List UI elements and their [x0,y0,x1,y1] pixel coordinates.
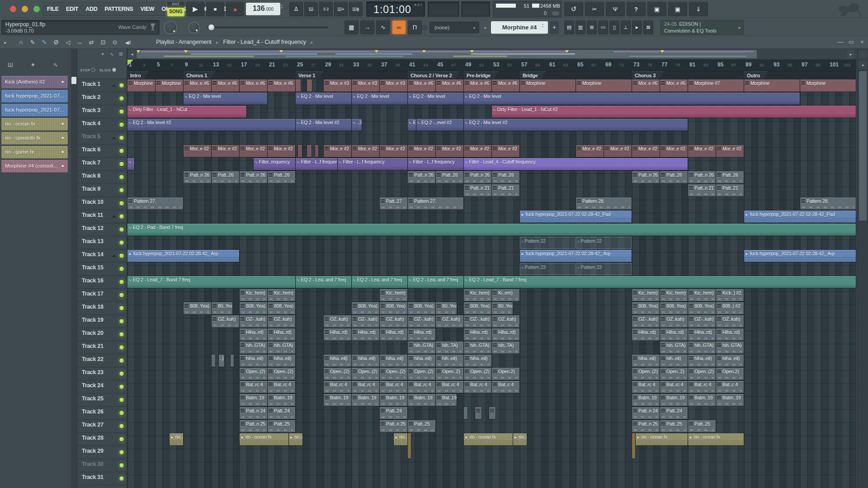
clip[interactable]: ∿EQ 2 - Mix level [352,93,407,105]
clip[interactable]: Patt..26 [268,171,295,183]
clip[interactable]: Hiha..rd) [408,328,435,341]
track-header[interactable]: Track 32··· [77,485,127,488]
track-options-dots[interactable]: ··· [82,310,87,313]
song-marker-intro[interactable]: Intro [127,71,149,79]
track-header[interactable]: Track 29··· [77,446,127,459]
clip[interactable]: Hiha..rd) [380,328,407,341]
menu-patterns[interactable]: PATTERNS [101,6,137,12]
clip[interactable]: Mor..e #2 [436,145,463,157]
clip[interactable]: Bat..rc 4 [632,381,660,393]
track-led[interactable] [119,83,124,88]
scroll-left-button[interactable]: ◂ [128,50,136,58]
window-close-button[interactable]: × [857,38,867,45]
delete-tool[interactable]: Ø [51,38,61,47]
track-options-dots[interactable]: ··· [82,283,87,286]
clip[interactable]: Mor..e #2 [352,145,379,157]
track-options-dots[interactable]: ··· [82,375,87,378]
track-options-dots[interactable]: ··· [82,323,87,326]
clip[interactable]: OZ-..kah) [632,315,660,328]
scroll-thumb-minimap[interactable] [137,50,757,58]
clip[interactable]: ►fuck hyperpop_2021-07-22 02-28-42_ Arp [127,250,239,262]
clip[interactable]: Batm..19 [408,394,435,406]
clip[interactable]: ∿..2 [352,119,362,131]
window-minimize-button[interactable]: — [835,38,845,45]
clip[interactable]: Batm..19 [268,394,295,406]
clip[interactable]: OZ-..kah) [408,315,435,328]
clip[interactable]: hih..eit) [436,355,463,367]
time-display[interactable]: 1:01:00 B:S:T [366,1,425,17]
track-led[interactable] [119,161,124,167]
track-led[interactable] [119,345,124,350]
clip[interactable]: Mor..e #2 [240,145,267,157]
minimize-traffic-light[interactable] [22,6,28,12]
clip[interactable]: Patt..24 [268,407,295,419]
track-header[interactable]: Track 10··· [77,197,127,210]
clip[interactable]: Kic..hem) [632,289,660,301]
track-options-dots[interactable]: ··· [82,270,87,273]
clip[interactable]: Kic..hem) [380,289,407,301]
clip[interactable]: hih..TA) [436,342,463,354]
breadcrumb-automation[interactable]: Filter - Lead_4 - Cutoff frequency [223,38,306,45]
clip[interactable]: ►rio..ds fx [170,433,183,446]
scroll-dot-button[interactable]: · [859,50,867,58]
track-header[interactable]: Track 16··· [77,276,127,289]
track-header[interactable]: Track 3··· [77,105,127,118]
track-header[interactable]: Track 27··· [77,420,127,433]
track-led[interactable] [119,279,124,285]
automation-icon[interactable]: ∿ [110,52,113,56]
clip[interactable]: hiha..eit) [464,355,491,367]
clip[interactable]: Batm..19 [240,394,267,406]
clip[interactable]: Batm..19 [324,394,351,406]
clip[interactable]: hiha..eit) [408,355,435,367]
clip[interactable]: Morphine [156,80,183,92]
track-header[interactable]: Track 15··· [77,263,127,276]
clip[interactable]: Mor..e #6 [632,80,660,92]
clip[interactable]: Hiha..rd) [660,328,688,341]
menu-edit[interactable]: EDIT [62,6,82,12]
breadcrumb-arrangement[interactable]: Playlist - Arrangement [156,38,212,45]
track-header[interactable]: Track 4··· [77,118,127,131]
track-led[interactable] [119,463,124,468]
scroll-up-button[interactable]: ▴ [859,61,867,69]
song-marker-outro[interactable]: Outro [744,71,768,79]
track-header[interactable]: Track 18··· [77,302,127,315]
clip[interactable]: Mor..e #3 [380,80,407,92]
song-label[interactable]: SONG [167,8,184,16]
clip[interactable]: Patt..n 26 [632,171,660,183]
collapse-triangle-icon[interactable] [112,136,116,139]
clip[interactable]: Patt..26 [660,171,688,183]
track-led[interactable] [119,450,124,455]
clip[interactable]: OZ..kah) [324,315,351,328]
clip[interactable]: 808..Yea) [632,302,660,314]
song-marker-chorus-3[interactable]: Chorus 3 [632,71,664,79]
clip[interactable]: ∿EQ 2 - Lead_7 - Band 7 freq [464,276,856,288]
mute-tool[interactable]: ◁ [62,38,73,47]
clip[interactable] [307,145,311,157]
clip[interactable]: 80..Yea) [436,302,457,314]
loop-recording-button[interactable]: Шϕ [349,2,363,16]
multilink-controllers-button[interactable]: ∞ [392,20,406,34]
track-header[interactable]: Track 31··· [77,472,127,485]
track-led[interactable] [119,240,124,245]
track-options-dots[interactable]: ··· [82,113,87,116]
track-options-dots[interactable]: ··· [82,296,87,300]
clip[interactable] [307,80,312,92]
clip[interactable]: 80..Yea) [212,302,232,314]
clip[interactable]: ►rio - ocean fx [464,433,513,446]
clip[interactable]: Patt..26 [492,171,519,183]
track-led[interactable] [119,214,124,219]
track-header[interactable]: Track 13··· [77,236,127,249]
save-button[interactable]: ▣ [647,2,666,16]
vertical-scroll-thumb[interactable] [859,71,867,221]
clip[interactable]: ∿EQ 2 - Mix level [184,93,267,105]
song-marker-pre-bridge[interactable]: Pre-bridge [464,71,499,79]
clip[interactable] [296,80,301,92]
clip[interactable]: ∿EQ 2 - Pad - Band 7 freq [127,224,856,236]
clip[interactable]: Patt..25 [660,420,688,432]
clip[interactable]: Batm..19 [380,394,407,406]
zoom-tool[interactable]: ⊙ [109,38,120,47]
clip[interactable]: Open..(2) [632,368,660,380]
clip[interactable]: Bat..rc 4 [380,381,407,393]
clip[interactable]: Hiha..rd) [324,328,351,341]
clip[interactable] [231,355,234,367]
